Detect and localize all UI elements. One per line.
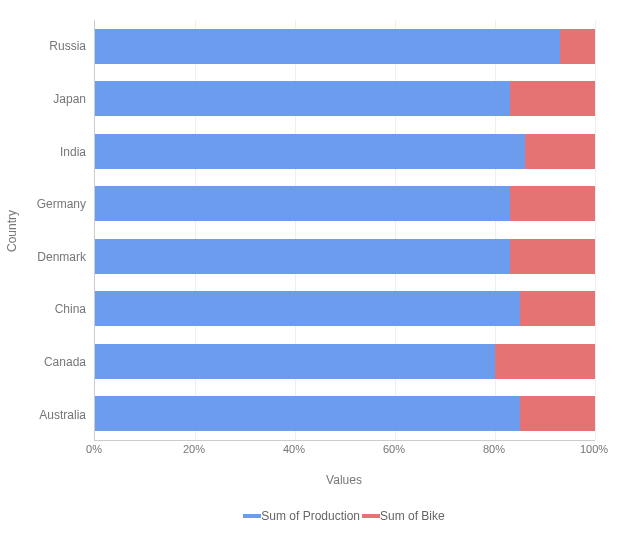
- legend-swatch-bike: [362, 511, 380, 521]
- y-axis-label: India: [24, 125, 94, 178]
- bar-segment-bike: [525, 134, 595, 169]
- y-axis-title: Country: [5, 209, 19, 251]
- x-axis-title: Values: [94, 473, 594, 487]
- legend-label-bike: Sum of Bike: [380, 509, 445, 523]
- bar-segment-production: [95, 344, 495, 379]
- bar-row: [95, 73, 595, 126]
- plot-area: [94, 20, 595, 441]
- bars-container: [95, 20, 595, 440]
- bar-row: [95, 283, 595, 336]
- chart: Country RussiaJapanIndiaGermanyDenmarkCh…: [0, 0, 635, 552]
- bar-segment-bike: [560, 29, 595, 64]
- bar: [95, 396, 595, 431]
- plot-row: Country RussiaJapanIndiaGermanyDenmarkCh…: [0, 20, 635, 441]
- bar-row: [95, 178, 595, 231]
- bar: [95, 29, 595, 64]
- bar-segment-production: [95, 29, 560, 64]
- bar-segment-production: [95, 291, 520, 326]
- y-axis-label: Denmark: [24, 231, 94, 284]
- bar-segment-production: [95, 186, 510, 221]
- x-axis: 0%20%40%60%80%100%: [94, 441, 594, 459]
- bar-segment-bike: [510, 186, 595, 221]
- bar: [95, 134, 595, 169]
- bar-row: [95, 20, 595, 73]
- y-axis-title-container: Country: [0, 20, 24, 441]
- bar: [95, 81, 595, 116]
- bar-segment-bike: [495, 344, 595, 379]
- legend: Sum of Production Sum of Bike: [94, 509, 594, 523]
- x-axis-tick: 20%: [183, 443, 205, 455]
- bar: [95, 239, 595, 274]
- bar: [95, 291, 595, 326]
- bar-row: [95, 388, 595, 441]
- bar-row: [95, 335, 595, 388]
- bar-segment-production: [95, 134, 525, 169]
- gridline: [595, 20, 596, 440]
- y-axis-label: Russia: [24, 20, 94, 73]
- y-axis-label: Germany: [24, 178, 94, 231]
- bar-segment-bike: [520, 396, 595, 431]
- y-axis-label: China: [24, 283, 94, 336]
- bar-segment-production: [95, 81, 510, 116]
- bar-segment-bike: [510, 81, 595, 116]
- legend-swatch-production: [243, 511, 261, 521]
- legend-item-bike: Sum of Bike: [362, 509, 445, 523]
- x-axis-tick: 0%: [86, 443, 102, 455]
- bar: [95, 344, 595, 379]
- y-axis-label: Canada: [24, 336, 94, 389]
- bar-segment-bike: [510, 239, 595, 274]
- bar-segment-production: [95, 239, 510, 274]
- bar-row: [95, 125, 595, 178]
- x-axis-tick: 80%: [483, 443, 505, 455]
- bar-segment-bike: [520, 291, 595, 326]
- bar-row: [95, 230, 595, 283]
- y-axis-label: Japan: [24, 73, 94, 126]
- legend-item-production: Sum of Production: [243, 509, 360, 523]
- legend-label-production: Sum of Production: [261, 509, 360, 523]
- x-axis-tick: 60%: [383, 443, 405, 455]
- bar-segment-production: [95, 396, 520, 431]
- y-axis-labels: RussiaJapanIndiaGermanyDenmarkChinaCanad…: [24, 20, 94, 441]
- y-axis-label: Australia: [24, 388, 94, 441]
- x-axis-tick: 100%: [580, 443, 608, 455]
- x-axis-tick: 40%: [283, 443, 305, 455]
- bar: [95, 186, 595, 221]
